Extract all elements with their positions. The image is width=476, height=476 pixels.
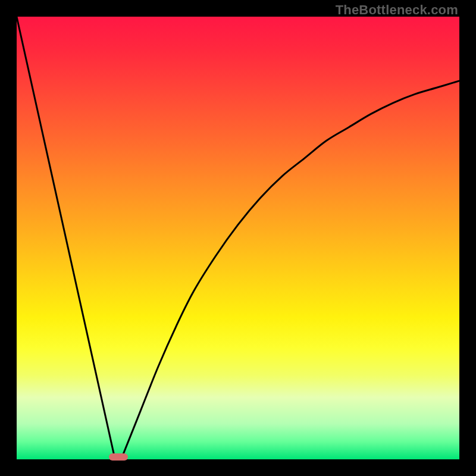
chart-plot-area: [17, 17, 459, 459]
min-marker: [109, 453, 128, 461]
attribution-text: TheBottleneck.com: [336, 2, 458, 18]
curve-right-branch: [123, 81, 459, 455]
outer-frame: TheBottleneck.com: [0, 0, 476, 476]
curve-left-branch: [17, 17, 114, 455]
chart-curve-svg: [17, 17, 459, 459]
